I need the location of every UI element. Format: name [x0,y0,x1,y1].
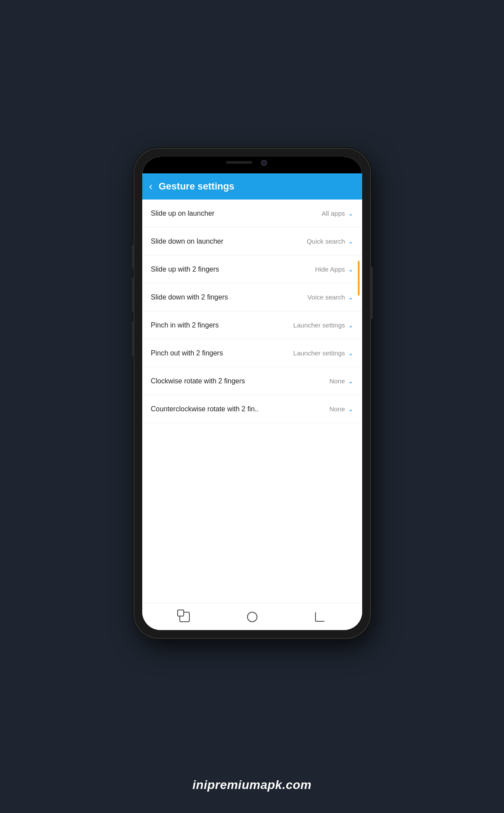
chevron-down-icon-5: ⌄ [348,349,353,357]
setting-clockwise-rotate[interactable]: Clockwise rotate with 2 fingers None ⌄ [142,367,362,395]
setting-value-5: Launcher settings [293,349,345,357]
setting-slide-down-2fingers[interactable]: Slide down with 2 fingers Voice search ⌄ [142,283,362,311]
setting-value-area-4: Launcher settings ⌄ [293,321,353,329]
speaker [226,161,252,164]
setting-slide-down-launcher[interactable]: Slide down on launcher Quick search ⌄ [142,227,362,255]
setting-value-area-0: All apps ⌄ [322,209,353,217]
notch-cutout [224,157,281,170]
power-button [370,267,373,319]
setting-label-7: Counterclockwise rotate with 2 fin.. [151,405,259,413]
setting-value-area-1: Quick search ⌄ [307,237,353,245]
setting-slide-up-2fingers[interactable]: Slide up with 2 fingers Hide Apps ⌄ [142,255,362,283]
setting-value-7: None [329,405,345,413]
setting-value-area-5: Launcher settings ⌄ [293,349,353,357]
setting-slide-up-launcher[interactable]: Slide up on launcher All apps ⌄ [142,200,362,227]
setting-pinch-out-2fingers[interactable]: Pinch out with 2 fingers Launcher settin… [142,339,362,367]
camera [261,160,267,166]
setting-value-area-3: Voice search ⌄ [308,293,353,301]
phone-screen: ‹ Gesture settings Slide up on launcher … [142,157,362,630]
setting-value-area-7: None ⌄ [329,405,353,413]
phone-device: ‹ Gesture settings Slide up on launcher … [134,149,370,638]
chevron-down-icon-2: ⌄ [348,265,353,273]
chevron-down-icon-4: ⌄ [348,321,353,329]
setting-value-0: All apps [322,210,345,217]
setting-label-5: Pinch out with 2 fingers [151,349,223,357]
chevron-down-icon-3: ⌄ [348,293,353,301]
chevron-down-icon-7: ⌄ [348,405,353,413]
setting-label-0: Slide up on launcher [151,210,215,217]
scroll-indicator [358,261,360,296]
watermark: inipremiumapk.com [192,778,312,792]
setting-counterclockwise-rotate[interactable]: Counterclockwise rotate with 2 fin.. Non… [142,395,362,423]
setting-label-1: Slide down on launcher [151,238,223,245]
home-button[interactable] [247,612,257,622]
setting-label-3: Slide down with 2 fingers [151,293,228,301]
page-title: Gesture settings [159,181,235,192]
app-bar: ‹ Gesture settings [142,173,362,200]
setting-value-4: Launcher settings [293,321,345,329]
bottom-navigation [142,603,362,630]
setting-value-3: Voice search [308,293,345,301]
back-nav-button[interactable] [315,612,325,622]
volume-down-button-2 [132,321,134,356]
setting-value-area-2: Hide Apps ⌄ [315,265,353,273]
setting-value-area-6: None ⌄ [329,377,353,385]
content-area: Slide up on launcher All apps ⌄ Slide do… [142,200,362,630]
setting-pinch-in-2fingers[interactable]: Pinch in with 2 fingers Launcher setting… [142,311,362,339]
chevron-down-icon-6: ⌄ [348,377,353,385]
notch-bar [142,157,362,173]
back-button[interactable]: ‹ [149,180,153,193]
setting-value-2: Hide Apps [315,265,345,273]
setting-value-1: Quick search [307,238,345,245]
volume-down-button [132,278,134,313]
setting-value-6: None [329,377,345,385]
chevron-down-icon-1: ⌄ [348,237,353,245]
settings-list: Slide up on launcher All apps ⌄ Slide do… [142,200,362,603]
chevron-down-icon-0: ⌄ [348,209,353,217]
setting-label-2: Slide up with 2 fingers [151,265,219,273]
setting-label-6: Clockwise rotate with 2 fingers [151,377,245,385]
volume-up-button [132,245,134,269]
setting-label-4: Pinch in with 2 fingers [151,321,219,329]
recent-apps-button[interactable] [179,612,190,622]
